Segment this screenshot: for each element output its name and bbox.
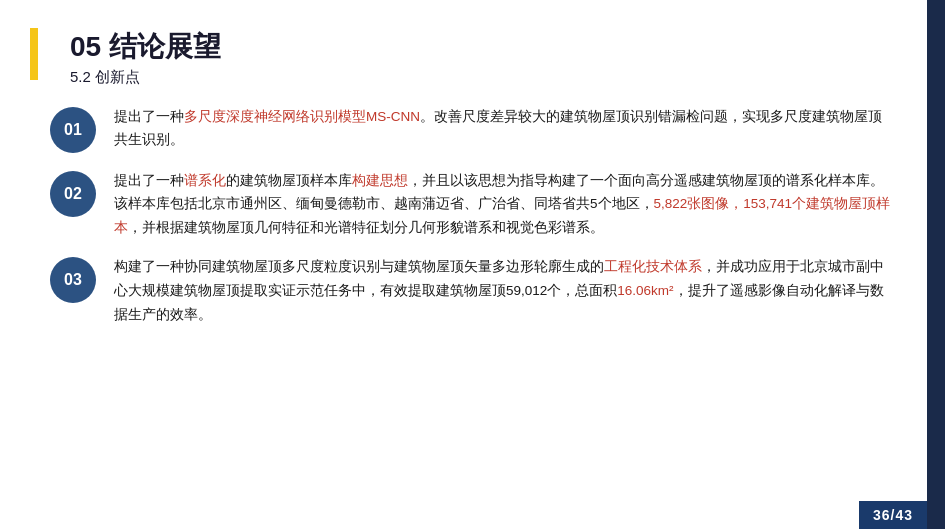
- badge-number-03: 03: [64, 271, 82, 289]
- accent-bar: [30, 28, 38, 80]
- page-title: 05 结论展望: [70, 30, 895, 64]
- section-number: 05: [70, 31, 101, 62]
- item-text-01: 提出了一种多尺度深度神经网络识别模型MS-CNN。改善尺度差异较大的建筑物屋顶识…: [114, 105, 895, 152]
- badge-01: 01: [50, 107, 96, 153]
- badge-03: 03: [50, 257, 96, 303]
- item-row-02: 02 提出了一种谱系化的建筑物屋顶样本库构建思想，并且以该思想为指导构建了一个面…: [50, 169, 895, 240]
- page-container: 05 结论展望 5.2 创新点 01 提出了一种多尺度深度神经网络识别模型MS-…: [0, 0, 945, 529]
- right-sidebar: [927, 0, 945, 529]
- item-text-03: 构建了一种协同建筑物屋顶多尺度粒度识别与建筑物屋顶矢量多边形轮廓生成的工程化技术…: [114, 255, 895, 326]
- content-area: 01 提出了一种多尺度深度神经网络识别模型MS-CNN。改善尺度差异较大的建筑物…: [50, 105, 895, 327]
- item-row-01: 01 提出了一种多尺度深度神经网络识别模型MS-CNN。改善尺度差异较大的建筑物…: [50, 105, 895, 153]
- page-number: 36/43: [859, 501, 927, 529]
- badge-number-02: 02: [64, 185, 82, 203]
- item-row-03: 03 构建了一种协同建筑物屋顶多尺度粒度识别与建筑物屋顶矢量多边形轮廓生成的工程…: [50, 255, 895, 326]
- page-subtitle: 5.2 创新点: [70, 68, 895, 87]
- page-header: 05 结论展望 5.2 创新点: [70, 30, 895, 87]
- badge-02: 02: [50, 171, 96, 217]
- item-text-02: 提出了一种谱系化的建筑物屋顶样本库构建思想，并且以该思想为指导构建了一个面向高分…: [114, 169, 895, 240]
- badge-number-01: 01: [64, 121, 82, 139]
- section-title: 结论展望: [109, 31, 221, 62]
